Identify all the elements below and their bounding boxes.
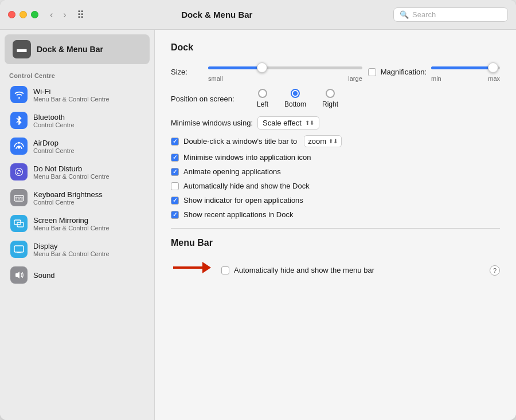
position-bottom-label: Bottom [284, 100, 306, 108]
sidebar-item-sound[interactable]: Sound [2, 262, 152, 288]
search-box[interactable]: 🔍 [393, 7, 508, 22]
help-button[interactable]: ? [490, 265, 500, 276]
svg-rect-2 [15, 197, 17, 198]
show-recent-label: Show recent applications in Dock [183, 210, 294, 219]
size-slider-track-row[interactable] [208, 62, 362, 73]
minimise-into-icon-checkbox[interactable]: ✓ [171, 154, 179, 162]
autohide-dock-row: Automatically hide and show the Dock [171, 182, 500, 190]
radio-right[interactable] [326, 89, 335, 98]
display-icon [10, 241, 28, 258]
radio-left[interactable] [258, 89, 267, 98]
position-options: Left Bottom Right [257, 89, 338, 108]
sound-text: Sound [33, 271, 55, 280]
minimize-button[interactable] [19, 11, 27, 18]
svg-rect-11 [14, 246, 24, 252]
traffic-lights [8, 11, 38, 18]
display-name: Display [33, 242, 110, 250]
menu-bar-title: Menu Bar [171, 238, 500, 248]
checkmark-icon: ✓ [173, 211, 177, 218]
autohide-menubar-row: Automatically hide and show the menu bar… [171, 257, 500, 283]
minimise-into-icon-label: Minimise windows into application icon [183, 153, 311, 162]
double-click-label: Double-click a window's title bar to [183, 137, 297, 146]
position-label: Position on screen: [171, 95, 257, 103]
screenmirroring-text: Screen Mirroring Menu Bar & Control Cent… [33, 216, 110, 231]
sidebar-item-screenmirroring[interactable]: Screen Mirroring Menu Bar & Control Cent… [2, 211, 152, 236]
wifi-icon [10, 86, 28, 103]
show-indicator-checkbox[interactable]: ✓ [171, 197, 179, 205]
show-recent-checkbox[interactable]: ✓ [171, 211, 179, 219]
section-header-control-centre: Control Centre [0, 64, 154, 81]
position-row: Position on screen: Left Bottom [171, 89, 500, 108]
section-divider [171, 228, 500, 229]
animate-label: Animate opening applications [183, 167, 281, 176]
bluetooth-name: Bluetooth [33, 113, 75, 121]
radio-bottom[interactable] [291, 89, 300, 98]
checkmark-icon: ✓ [173, 154, 177, 160]
sidebar-item-wifi[interactable]: Wi-Fi Menu Bar & Control Centre [2, 82, 152, 107]
search-input[interactable] [412, 10, 502, 19]
mag-labels: min max [431, 75, 500, 82]
double-click-arrows-icon: ⬆⬇ [329, 138, 338, 144]
donotdisturb-name: Do Not Disturb [33, 164, 110, 173]
sound-icon [10, 266, 28, 284]
donotdisturb-icon [10, 163, 28, 180]
keyboardbrightness-text: Keyboard Brightness Control Centre [33, 190, 103, 206]
svg-rect-1 [14, 195, 24, 201]
donotdisturb-text: Do Not Disturb Menu Bar & Control Centre [33, 164, 110, 180]
sidebar-item-airdrop[interactable]: AirDrop Control Centre [2, 134, 152, 159]
animate-checkbox[interactable]: ✓ [171, 168, 179, 176]
sidebar-item-dock-menubar[interactable]: ▬ Dock & Menu Bar [5, 34, 150, 64]
svg-rect-5 [22, 197, 23, 198]
system-preferences-window: ‹ › ⠿ Dock & Menu Bar 🔍 ▬ Dock & Menu Ba… [0, 0, 516, 420]
magnification-container: Magnification: min max [368, 62, 500, 82]
magnification-checkbox[interactable] [368, 68, 376, 76]
autohide-menubar-checkbox[interactable] [221, 266, 229, 274]
sound-name: Sound [33, 271, 55, 280]
double-click-dropdown[interactable]: zoom ⬆⬇ [304, 135, 342, 147]
svg-rect-4 [19, 197, 21, 198]
titlebar: ‹ › ⠿ Dock & Menu Bar 🔍 [0, 0, 516, 30]
sidebar-item-bluetooth[interactable]: Bluetooth Control Centre [2, 108, 152, 133]
minimise-label: Minimise windows using: [171, 119, 253, 127]
position-bottom[interactable]: Bottom [284, 89, 306, 108]
maximize-button[interactable] [31, 11, 38, 18]
sidebar-main-label: Dock & Menu Bar [37, 45, 103, 54]
sidebar-item-donotdisturb[interactable]: Do Not Disturb Menu Bar & Control Centre [2, 159, 152, 185]
sidebar-item-keyboardbrightness[interactable]: Keyboard Brightness Control Centre [2, 185, 152, 210]
airdrop-text: AirDrop Control Centre [33, 139, 75, 154]
magnification-label: Magnification: [381, 68, 427, 76]
position-right[interactable]: Right [322, 89, 338, 108]
airdrop-name: AirDrop [33, 139, 75, 147]
mag-slider-track-row[interactable] [431, 62, 500, 73]
size-slider-container: small large [208, 62, 362, 82]
double-click-checkbox[interactable]: ✓ [171, 138, 179, 146]
size-slider-labels: small large [208, 75, 362, 82]
mag-max-label: max [488, 75, 500, 82]
size-label: Size: [171, 68, 202, 76]
size-large-label: large [348, 75, 362, 82]
red-arrow-icon [171, 257, 217, 283]
minimise-dropdown[interactable]: Scale effect ⬆⬇ [257, 116, 319, 129]
close-button[interactable] [8, 11, 15, 18]
airdrop-sub: Control Centre [33, 147, 75, 154]
radio-bottom-fill [293, 91, 298, 96]
minimise-effect-label: Scale effect [263, 119, 302, 127]
mag-min-label: min [431, 75, 441, 82]
svg-rect-7 [18, 199, 21, 200]
keyboardbrightness-icon [10, 189, 28, 206]
screenmirroring-name: Screen Mirroring [33, 216, 110, 225]
menu-bar-section: Menu Bar Automatically hide and show the… [171, 238, 500, 283]
main-content: Dock Size: small large [155, 30, 516, 420]
sidebar-item-display[interactable]: Display Menu Bar & Control Centre [2, 237, 152, 262]
position-left[interactable]: Left [257, 89, 268, 108]
svg-rect-6 [15, 199, 17, 200]
svg-rect-3 [18, 197, 19, 198]
size-row: Size: small large Magnificat [171, 62, 500, 82]
double-click-row: ✓ Double-click a window's title bar to z… [171, 135, 500, 147]
minimise-into-icon-row: ✓ Minimise windows into application icon [171, 153, 500, 162]
sidebar: ▬ Dock & Menu Bar Control Centre Wi-Fi M… [0, 30, 155, 420]
keyboardbrightness-name: Keyboard Brightness [33, 190, 103, 199]
mag-slider: min max [431, 62, 500, 82]
show-recent-row: ✓ Show recent applications in Dock [171, 210, 500, 219]
autohide-dock-checkbox[interactable] [171, 182, 179, 190]
